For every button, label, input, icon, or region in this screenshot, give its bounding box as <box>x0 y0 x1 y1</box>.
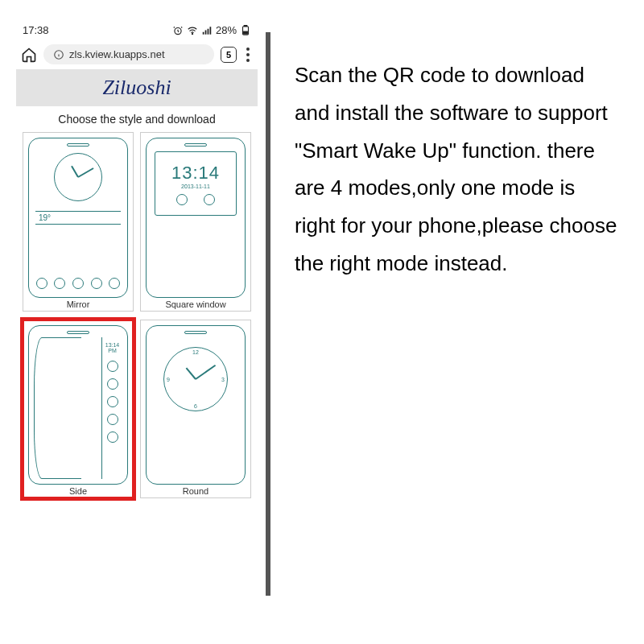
info-icon <box>53 49 64 60</box>
action-icon <box>109 278 120 289</box>
page-subtitle: Choose the style and download <box>16 106 258 132</box>
svg-rect-3 <box>244 25 247 26</box>
battery-text: 28% <box>216 24 237 36</box>
phone-screenshot: 17:38 28% zls.kview.kuapps.net 5 Ziluosh… <box>0 0 266 644</box>
phone-preview: 13:14PM <box>28 325 128 485</box>
status-indicators: 28% <box>172 24 251 36</box>
page-header: Ziluoshi <box>16 69 258 106</box>
style-option-square[interactable]: 13:14 2013-11-11 Square window <box>140 132 251 312</box>
action-icon <box>107 431 118 443</box>
style-label: Mirror <box>67 298 90 309</box>
style-label: Round <box>183 485 208 496</box>
home-icon[interactable] <box>21 47 37 63</box>
action-icon <box>54 278 65 289</box>
url-text: zls.kview.kuapps.net <box>69 48 165 60</box>
style-option-round[interactable]: 12 3 6 9 Round <box>140 320 251 499</box>
menu-icon[interactable] <box>246 47 250 62</box>
style-option-side[interactable]: 13:14PM Side <box>23 320 134 499</box>
action-icon <box>204 194 215 205</box>
battery-icon <box>240 25 251 36</box>
style-option-mirror[interactable]: 19° Mirror <box>23 132 134 312</box>
svg-rect-4 <box>244 31 248 34</box>
wifi-icon <box>187 25 198 36</box>
instructions-text: Scan the QR code to download and install… <box>270 0 644 644</box>
signal-icon <box>201 25 213 36</box>
brand-logo: Ziluoshi <box>16 76 258 100</box>
tab-count[interactable]: 5 <box>221 47 237 63</box>
browser-bar: zls.kview.kuapps.net 5 <box>16 39 258 69</box>
action-icon <box>107 361 118 372</box>
style-grid: 19° Mirror 13:14 2013-11-11 <box>16 132 258 498</box>
style-label: Side <box>69 485 87 496</box>
status-time: 17:38 <box>23 24 49 36</box>
action-icon <box>107 396 118 407</box>
svg-point-1 <box>192 33 192 34</box>
preview-date: 2013-11-11 <box>181 184 210 189</box>
action-icon <box>91 278 102 289</box>
preview-time: 13:14 <box>171 163 220 184</box>
style-label: Square window <box>165 298 225 309</box>
clock-icon <box>54 153 102 201</box>
action-icon <box>36 278 47 289</box>
preview-time: 13:14 <box>105 342 120 348</box>
phone-preview: 13:14 2013-11-11 <box>146 138 246 298</box>
phone-preview: 19° <box>28 138 128 298</box>
clock-icon: 12 3 6 9 <box>163 347 228 411</box>
temp-text: 19° <box>35 211 121 225</box>
action-icon <box>107 378 118 390</box>
action-icon <box>107 414 118 425</box>
action-icon <box>72 278 84 289</box>
phone-preview: 12 3 6 9 <box>146 325 246 485</box>
action-icon <box>176 194 188 205</box>
alarm-icon <box>172 25 184 36</box>
status-bar: 17:38 28% <box>16 24 258 39</box>
url-bar[interactable]: zls.kview.kuapps.net <box>43 44 214 64</box>
